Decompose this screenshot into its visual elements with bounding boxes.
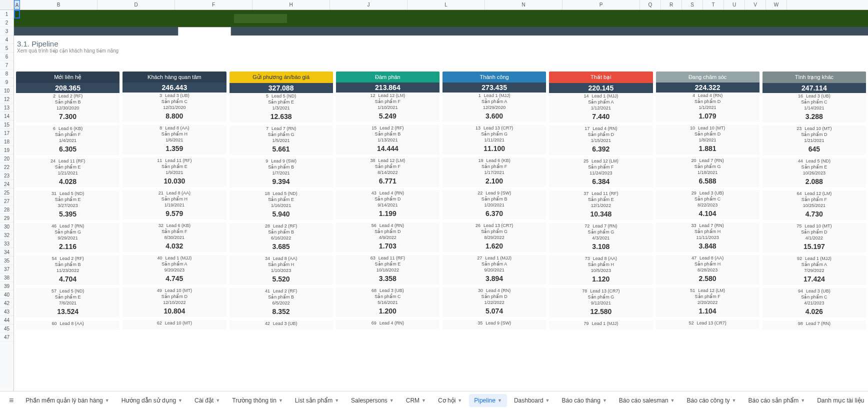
- lead-card[interactable]: 94Lead 3 (UB) Sản phẩm C 4/21/2023 4.026: [762, 288, 866, 320]
- row-header-42[interactable]: 42: [0, 299, 14, 308]
- sheet-area[interactable]: 3.1. Pipeline Xem quá trình tiếp cận khá…: [14, 10, 868, 391]
- lead-card[interactable]: 98Lead 7 (RN): [762, 320, 866, 333]
- lead-card[interactable]: 42Lead 3 (UB): [230, 320, 333, 333]
- lead-card[interactable]: 43Lead 4 (RN) Sản phẩm D 9/14/2021 1.199: [336, 190, 440, 222]
- col-header-S[interactable]: S: [682, 0, 703, 10]
- lead-card[interactable]: 34Lead 8 (AA) Sản phẩm H 1/10/2023 5.520: [230, 256, 333, 288]
- tab-dropdown-icon[interactable]: ▼: [178, 398, 182, 403]
- col-header-B[interactable]: B: [20, 0, 98, 10]
- row-header-25[interactable]: 25: [0, 188, 14, 197]
- col-header-Q[interactable]: Q: [640, 0, 661, 10]
- lead-card[interactable]: 25Lead 12 (LM) Sản phẩm F 11/24/2023 6.3…: [549, 158, 652, 190]
- tab-dropdown-icon[interactable]: ▼: [390, 398, 394, 403]
- lead-card[interactable]: 16Lead 3 (UB) Sản phẩm C 1/14/2021 3.288: [762, 93, 866, 126]
- row-header-18[interactable]: 18: [0, 138, 14, 146]
- col-header-R[interactable]: R: [661, 0, 682, 10]
- lead-card[interactable]: 63Lead 11 (RF) Sản phẩm E 10/18/2022 3.3…: [336, 255, 440, 288]
- lead-card[interactable]: 72Lead 7 (RN) Sản phẩm G 4/3/2021 3.108: [549, 223, 652, 256]
- lead-card[interactable]: 68Lead 3 (UB) Sản phẩm C 5/16/2021 1.200: [336, 288, 440, 320]
- sheet-tab-7[interactable]: Cơ hội▼: [433, 394, 467, 407]
- lead-card[interactable]: 12Lead 12 (LM) Sản phẩm F 1/10/2021 5.24…: [336, 92, 440, 125]
- sheet-tab-12[interactable]: Báo cáo công ty▼: [682, 394, 742, 407]
- tab-dropdown-icon[interactable]: ▼: [498, 398, 502, 403]
- row-header-5[interactable]: 5: [0, 44, 14, 52]
- lead-card[interactable]: 2Lead 2 (RF) Sản phẩm B 12/30/2020 7.300: [16, 93, 120, 126]
- row-header-22[interactable]: 22: [0, 163, 14, 172]
- lead-card[interactable]: 6Lead 6 (KB) Sản phẩm F 1/4/2021 6.305: [16, 126, 120, 158]
- lead-card[interactable]: 40Lead 1 (MJJ) Sản phẩm A 9/20/2023 4.74…: [122, 255, 226, 288]
- sheet-tab-4[interactable]: List sản phẩm▼: [290, 394, 344, 407]
- row-header-23[interactable]: 23: [0, 172, 14, 180]
- lead-card[interactable]: 79Lead 1 (MJJ): [549, 320, 652, 333]
- row-header-19[interactable]: 19: [0, 146, 14, 154]
- row-header-32[interactable]: 32: [0, 231, 14, 240]
- col-header-J[interactable]: J: [330, 0, 408, 10]
- lead-card[interactable]: 30Lead 4 (RN) Sản phẩm D 1/22/2022 5.074: [442, 288, 546, 320]
- lead-card[interactable]: 52Lead 13 (CR7): [656, 320, 760, 332]
- col-header-W[interactable]: W: [766, 0, 787, 10]
- row-header-2[interactable]: 2: [0, 18, 14, 27]
- row-header-27[interactable]: 27: [0, 197, 14, 206]
- row-header-14[interactable]: 14: [0, 112, 14, 120]
- lead-card[interactable]: 20Lead 7 (RN) Sản phẩm G 1/18/2021 6.588: [656, 158, 760, 190]
- tab-dropdown-icon[interactable]: ▼: [546, 398, 550, 403]
- col-header-H[interactable]: H: [252, 0, 330, 10]
- lead-card[interactable]: 15Lead 2 (RF) Sản phẩm B 1/13/2021 14.44…: [336, 125, 440, 158]
- lead-card[interactable]: 37Lead 11 (RF) Sản phẩm E 12/1/2022 10.3…: [549, 190, 652, 223]
- sheet-tab-11[interactable]: Báo cáo salesman▼: [614, 394, 680, 407]
- sheet-tab-10[interactable]: Báo cáo tháng▼: [557, 394, 612, 407]
- lead-card[interactable]: 1Lead 1 (MJJ) Sản phẩm A 12/29/2020 3.60…: [442, 92, 546, 125]
- lead-card[interactable]: 75Lead 10 (MT) Sản phẩm D 4/1/2022 15.19…: [762, 223, 866, 256]
- row-header-28[interactable]: 28: [0, 206, 14, 214]
- sheet-tab-14[interactable]: Danh mục tài liệu tham khảo▼: [812, 394, 864, 407]
- lead-card[interactable]: 28Lead 2 (RF) Sản phẩm B 6/16/2022 3.685: [230, 223, 333, 256]
- row-header-43[interactable]: 43: [0, 308, 14, 316]
- row-header-9[interactable]: 9: [0, 78, 14, 86]
- lead-card[interactable]: 31Lead 5 (ND) Sản phẩm E 3/27/2023 5.395: [16, 190, 120, 223]
- lead-card[interactable]: 69Lead 4 (RN): [336, 320, 440, 332]
- row-header-24[interactable]: 24: [0, 180, 14, 188]
- lead-card[interactable]: 18Lead 5 (ND) Sản phẩm E 1/16/2021 5.940: [230, 190, 333, 223]
- lead-card[interactable]: 29Lead 3 (UB) Sản phẩm C 8/22/2023 4.104: [656, 190, 760, 222]
- row-header-8[interactable]: 8: [0, 70, 14, 78]
- row-header-7[interactable]: 7: [0, 61, 14, 70]
- lead-card[interactable]: 32Lead 6 (KB) Sản phẩm F 8/30/2021 4.032: [122, 222, 226, 255]
- select-all-corner[interactable]: [0, 0, 14, 10]
- lead-card[interactable]: 49Lead 10 (MT) Sản phẩm D 12/10/2022 10.…: [122, 288, 226, 320]
- row-header-30[interactable]: 30: [0, 222, 14, 231]
- lead-card[interactable]: 73Lead 8 (AA) Sản phẩm H 10/5/2023 1.120: [549, 256, 652, 288]
- row-header-4[interactable]: 4: [0, 36, 14, 44]
- lead-card[interactable]: 11Lead 11 (RF) Sản phẩm E 1/9/2021 10.03…: [122, 158, 226, 190]
- lead-card[interactable]: 38Lead 12 (LM) Sản phẩm F 8/14/2022 6.77…: [336, 158, 440, 190]
- tab-dropdown-icon[interactable]: ▼: [105, 398, 110, 403]
- row-header-15[interactable]: 15: [0, 120, 14, 129]
- lead-card[interactable]: 17Lead 4 (RN) Sản phẩm D 1/15/2021 6.392: [549, 126, 652, 158]
- tab-dropdown-icon[interactable]: ▼: [800, 398, 805, 403]
- row-header-20[interactable]: 20: [0, 154, 14, 163]
- col-header-A[interactable]: A: [14, 0, 20, 10]
- row-header-39[interactable]: 39: [0, 282, 14, 290]
- sheet-tab-9[interactable]: Dashboard▼: [509, 394, 555, 407]
- all-sheets-menu-icon[interactable]: ≡: [4, 396, 18, 405]
- lead-card[interactable]: 35Lead 9 (SW): [442, 320, 546, 332]
- lead-card[interactable]: 3Lead 3 (UB) Sản phẩm C 12/31/2020 8.800: [122, 92, 226, 125]
- row-header-1[interactable]: 1: [0, 10, 14, 18]
- row-header-13[interactable]: 13: [0, 104, 14, 112]
- sheet-tab-3[interactable]: Trường thông tin▼: [227, 394, 288, 407]
- row-header-37[interactable]: 37: [0, 265, 14, 274]
- row-header-10[interactable]: 10: [0, 86, 14, 95]
- sheet-tab-5[interactable]: Salespersons▼: [346, 394, 399, 407]
- col-header-U[interactable]: U: [724, 0, 745, 10]
- lead-card[interactable]: 4Lead 4 (RN) Sản phẩm D 1/1/2021 1.079: [656, 92, 760, 125]
- lead-card[interactable]: 92Lead 1 (MJJ) Sản phẩm A 7/29/2022 17.4…: [762, 256, 866, 288]
- lead-card[interactable]: 57Lead 5 (ND) Sản phẩm E 7/6/2021 13.524: [16, 288, 120, 320]
- lead-card[interactable]: 51Lead 12 (LM) Sản phẩm F 2/20/2022 1.10…: [656, 288, 760, 320]
- col-header-L[interactable]: L: [408, 0, 485, 10]
- lead-card[interactable]: 56Lead 4 (RN) Sản phẩm D 4/9/2022 1.703: [336, 222, 440, 255]
- lead-card[interactable]: 10Lead 10 (MT) Sản phẩm D 1/8/2021 1.881: [656, 125, 760, 158]
- col-header-N[interactable]: N: [485, 0, 562, 10]
- tab-dropdown-icon[interactable]: ▼: [216, 398, 220, 403]
- row-header-45[interactable]: 45: [0, 324, 14, 333]
- lead-card[interactable]: 46Lead 7 (RN) Sản phẩm G 9/29/2021 2.116: [16, 223, 120, 256]
- row-header-38[interactable]: 38: [0, 274, 14, 282]
